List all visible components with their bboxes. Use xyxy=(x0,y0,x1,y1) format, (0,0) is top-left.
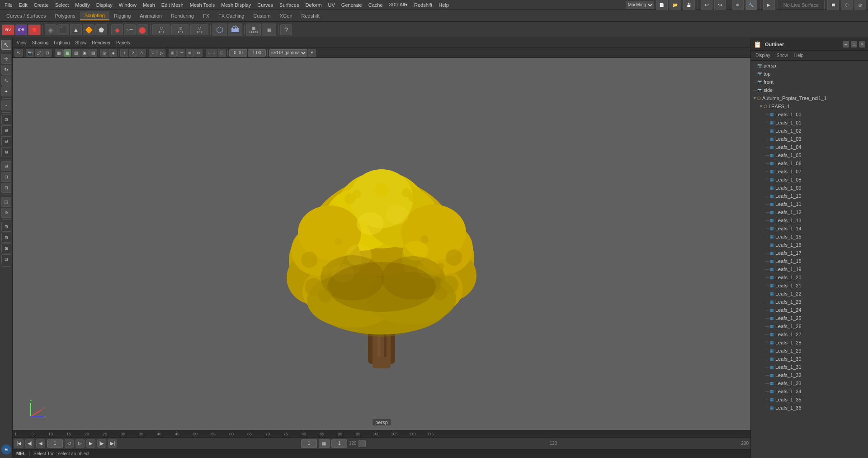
outliner-item[interactable]: — ▦ Leafs_1_12 xyxy=(751,208,868,216)
vp-snap-grid[interactable]: ⊞ xyxy=(169,49,177,57)
go-end-btn[interactable]: ▶| xyxy=(108,439,117,448)
outliner-item[interactable]: — 📷 persp xyxy=(751,62,868,70)
menu-edit[interactable]: Edit xyxy=(16,1,30,9)
outliner-resize-handle[interactable] xyxy=(569,38,571,458)
icon-btn-2[interactable]: ⬡ xyxy=(841,0,853,10)
outliner-menu-display[interactable]: Display xyxy=(753,52,773,59)
outliner-item[interactable]: — ▦ Leafs_1_18 xyxy=(751,257,868,265)
outliner-item[interactable]: — ▦ Leafs_1_19 xyxy=(751,265,868,273)
outliner-item[interactable]: — ▦ Leafs_1_31 xyxy=(751,363,868,371)
vp-panels-menu[interactable]: Panels xyxy=(114,40,132,46)
show-manip-btn[interactable]: ⊕ xyxy=(1,208,11,218)
range-checkbox[interactable] xyxy=(359,440,366,447)
large-render-btn-1[interactable]: ⬡ IPR xyxy=(152,24,170,35)
outliner-item[interactable]: — ▦ Leafs_1_07 xyxy=(751,167,868,176)
menu-uv[interactable]: UV xyxy=(326,1,338,9)
outliner-item[interactable]: — ▦ Leafs_1_21 xyxy=(751,281,868,290)
outliner-item[interactable]: — ▦ Leafs_1_08 xyxy=(751,176,868,184)
tab-polygons[interactable]: Polygons xyxy=(50,12,80,20)
seq-btn-2[interactable]: ▦ xyxy=(262,24,276,36)
save-btn[interactable]: 💾 xyxy=(683,0,695,10)
outliner-item[interactable]: — ▦ Leafs_1_24 xyxy=(751,306,868,314)
ipr-btn[interactable]: IPR xyxy=(15,24,27,35)
poly-btn-1[interactable]: ◆ xyxy=(111,24,123,35)
vp-value-2[interactable] xyxy=(248,49,266,57)
menu-mesh[interactable]: Mesh xyxy=(140,1,158,9)
play-back-btn[interactable]: ◁ xyxy=(65,439,74,448)
vp-snap-btn[interactable]: ⊡ xyxy=(43,49,52,57)
shape-btn-4[interactable]: 🔶 xyxy=(83,24,94,35)
uv-btn-2[interactable]: 🏔 xyxy=(228,24,242,36)
menu-generate[interactable]: Generate xyxy=(339,1,365,9)
vp-color-profile[interactable]: sRGB gamma xyxy=(269,49,307,57)
rv-btn[interactable]: RV xyxy=(2,24,14,35)
outliner-item[interactable]: — ▦ Leafs_1_16 xyxy=(751,241,868,249)
sculpt-btn-1[interactable]: ⊟ xyxy=(1,136,11,146)
outliner-item[interactable]: — ▦ Leafs_1_32 xyxy=(751,371,868,379)
outliner-item[interactable]: — ▦ Leafs_1_26 xyxy=(751,322,868,330)
mode-selector[interactable]: Modeling xyxy=(626,1,654,9)
outliner-item[interactable]: — ▦ Leafs_1_17 xyxy=(751,249,868,257)
shape-btn-1[interactable]: ◈ xyxy=(45,24,57,35)
vp-view-menu[interactable]: View xyxy=(14,40,29,46)
menu-surfaces[interactable]: Surfaces xyxy=(277,1,302,9)
current-frame-input[interactable] xyxy=(47,439,63,448)
outliner-menu-help[interactable]: Help xyxy=(792,52,807,59)
menu-create[interactable]: Create xyxy=(31,1,52,9)
outliner-item[interactable]: — ▦ Leafs_1_27 xyxy=(751,330,868,339)
vp-crease-btn[interactable]: ▷ xyxy=(157,49,165,57)
outliner-menu-show[interactable]: Show xyxy=(774,52,791,59)
outliner-maximize-btn[interactable]: □ xyxy=(851,41,857,48)
lasso-btn[interactable]: ⊡ xyxy=(1,114,11,124)
vp-value-1[interactable] xyxy=(229,49,247,57)
menu-edit-mesh[interactable]: Edit Mesh xyxy=(159,1,186,9)
tab-custom[interactable]: Custom xyxy=(249,12,275,20)
tab-curves-surfaces[interactable]: Curves / Surfaces xyxy=(2,12,50,20)
magnet-btn[interactable]: 🔧 xyxy=(745,0,757,10)
vp-show-menu[interactable]: Show xyxy=(73,40,89,46)
vp-lighting-menu[interactable]: Lighting xyxy=(52,40,72,46)
vp-res-2[interactable]: 2 xyxy=(129,49,137,57)
outliner-item[interactable]: — ▦ Leafs_1_20 xyxy=(751,273,868,281)
uv-btn-1[interactable]: ⬡ xyxy=(212,24,227,36)
tab-redshift[interactable]: Redshift xyxy=(297,12,324,20)
snap-pt-btn[interactable]: ⊟ xyxy=(1,183,11,193)
poly-btn-3[interactable]: ⬤ xyxy=(137,24,148,35)
extra-btn-2[interactable]: ⊟ xyxy=(1,233,11,243)
shape-btn-3[interactable]: ▲ xyxy=(70,24,82,35)
menu-3dtall[interactable]: 3DtoAll▾ xyxy=(387,1,410,9)
vp-camera-btn[interactable]: 📷 xyxy=(26,49,34,57)
tab-rigging[interactable]: Rigging xyxy=(109,12,135,20)
menu-display[interactable]: Display xyxy=(94,1,115,9)
large-render-btn-3[interactable]: ⬡ IPR xyxy=(190,24,208,35)
vp-manip-size[interactable]: ←→ xyxy=(206,49,217,57)
timeline-track[interactable]: 5 10 15 20 25 30 35 40 45 50 55 60 65 70… xyxy=(24,430,749,437)
menu-cache[interactable]: Cache xyxy=(366,1,386,9)
sculpt-btn-2[interactable]: ⊠ xyxy=(1,147,11,157)
shape-btn-5[interactable]: ⬟ xyxy=(95,24,107,35)
render-btn[interactable]: 🔴 xyxy=(28,24,41,35)
outliner-item[interactable]: — ▦ Leafs_1_14 xyxy=(751,224,868,233)
universal-tool-btn[interactable]: ✦ xyxy=(1,86,11,96)
vp-paint-select-btn[interactable]: 🖊 xyxy=(35,49,43,57)
menu-window[interactable]: Window xyxy=(116,1,139,9)
vp-renderer-menu[interactable]: Renderer xyxy=(90,40,113,46)
go-start-btn[interactable]: |◀ xyxy=(14,439,24,448)
vp-color-profile-arrow[interactable]: ▼ xyxy=(308,49,316,57)
move-tool-btn[interactable]: ✛ xyxy=(1,54,11,64)
outliner-close-btn[interactable]: × xyxy=(859,41,865,48)
outliner-item[interactable]: — ▦ Leafs_1_28 xyxy=(751,339,868,347)
vp-res-3[interactable]: 3 xyxy=(137,49,146,57)
vp-snap-curve[interactable]: 〜 xyxy=(177,49,185,57)
vp-textured-btn[interactable]: ▨ xyxy=(72,49,80,57)
extra-btn-3[interactable]: ⊠ xyxy=(1,243,11,253)
outliner-item[interactable]: — ▦ Leafs_1_06 xyxy=(751,159,868,167)
vp-xray-btn[interactable]: ◎ xyxy=(100,49,108,57)
tab-fx[interactable]: FX xyxy=(198,12,214,20)
open-file-btn[interactable]: 📂 xyxy=(670,0,681,10)
outliner-item[interactable]: ▼ ⬡ Autumn_Poplar_Tree_ncl1_1 xyxy=(751,94,868,102)
outliner-item[interactable]: — ▦ Leafs_1_13 xyxy=(751,216,868,224)
outliner-item[interactable]: — ▦ Leafs_1_05 xyxy=(751,151,868,159)
vp-res-1[interactable]: 1 xyxy=(120,49,128,57)
range-start-input[interactable] xyxy=(301,439,317,448)
